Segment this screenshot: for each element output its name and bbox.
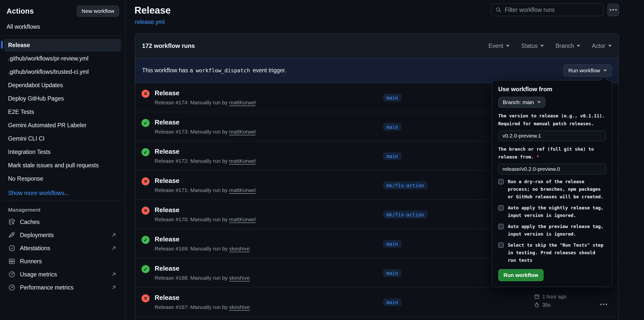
- run-actor-link[interactable]: mattKorwel: [229, 158, 256, 164]
- workflow-item-label: Dependabot Updates: [8, 82, 63, 88]
- run-time: 1 hour ago: [542, 294, 567, 300]
- sidebar-title: Actions: [7, 7, 34, 15]
- new-workflow-button[interactable]: New workflow: [77, 6, 119, 17]
- branch-badge[interactable]: main: [383, 269, 401, 277]
- run-description: Release #172: Manually run by mattKorwel: [155, 158, 256, 164]
- run-title[interactable]: Release: [155, 294, 179, 302]
- runs-filter-dropdown[interactable]: Status: [521, 43, 544, 49]
- branch-badge[interactable]: main: [383, 240, 401, 248]
- checkbox[interactable]: [498, 242, 504, 248]
- run-title[interactable]: Release: [155, 89, 179, 97]
- runs-filter-dropdown[interactable]: Actor: [592, 43, 612, 49]
- run-title[interactable]: Release: [155, 206, 179, 214]
- branch-badge[interactable]: main: [383, 298, 401, 306]
- workflow-item-label: No Response: [8, 175, 43, 182]
- cache-icon: [8, 218, 16, 226]
- actions-sidebar: Actions New workflow All workflows Relea…: [0, 0, 125, 320]
- checkbox[interactable]: [498, 179, 504, 184]
- run-workflow-submit-button[interactable]: Run workflow: [498, 269, 544, 281]
- run-status-icon: [142, 177, 150, 185]
- workflow-dispatch-banner: This workflow has a workflow_dispatch ev…: [135, 58, 619, 83]
- run-status-icon: [142, 207, 150, 215]
- chevron-down-icon: [603, 70, 607, 72]
- runs-filter-dropdown[interactable]: Branch: [555, 43, 580, 49]
- sidebar-workflow-item[interactable]: No Response: [4, 172, 121, 185]
- sidebar-item-all-workflows[interactable]: All workflows: [0, 17, 125, 36]
- sidebar-workflow-item[interactable]: Mark stale issues and pull requests: [4, 159, 121, 172]
- popover-checkbox-row[interactable]: Auto apply the nightly release tag, inpu…: [498, 204, 606, 219]
- popover-checkbox-row[interactable]: Run a dry-run of the release process; no…: [498, 178, 606, 201]
- show-more-workflows-link[interactable]: Show more workflows...: [0, 187, 125, 200]
- run-title[interactable]: Release: [155, 148, 179, 155]
- sidebar-workflow-item[interactable]: Release: [4, 39, 121, 52]
- checkbox-label: Select to skip the "Run Tests" step in t…: [508, 241, 606, 264]
- ref-input[interactable]: [498, 164, 606, 174]
- sidebar-workflow-item[interactable]: .github/workflows/trusted-ci.yml: [4, 66, 121, 78]
- runs-count: 172 workflow runs: [142, 42, 195, 49]
- workflow-item-label: .github/workflows/trusted-ci.yml: [8, 69, 89, 75]
- workflow-file-link[interactable]: release.yml: [135, 19, 165, 25]
- branch-selector-button[interactable]: Branch: main: [498, 97, 545, 108]
- search-icon: [495, 7, 502, 13]
- workflow-item-label: .github/workflows/pr-review.yml: [8, 55, 88, 62]
- sidebar-workflow-item[interactable]: Dependabot Updates: [4, 79, 121, 92]
- sidebar-item-deployments[interactable]: Deployments: [4, 229, 121, 242]
- run-status-icon: [142, 294, 150, 302]
- sidebar-workflow-item[interactable]: Deploy GitHub Pages: [4, 92, 121, 105]
- run-workflow-dropdown-button[interactable]: Run workflow: [564, 65, 612, 77]
- run-title[interactable]: Release: [155, 177, 179, 185]
- branch-badge[interactable]: mk/fix-action: [383, 181, 427, 189]
- run-actor-link[interactable]: mattKorwel: [229, 129, 256, 135]
- filter-workflow-runs-box: [491, 4, 603, 16]
- run-actor-link[interactable]: skeshive: [229, 304, 250, 310]
- run-actor-link[interactable]: skeshive: [229, 275, 250, 281]
- sidebar-item-usage-metrics[interactable]: Usage metrics: [4, 268, 121, 281]
- sidebar-workflow-item[interactable]: E2E Tests: [4, 106, 121, 118]
- sidebar-item-runners[interactable]: Runners: [4, 255, 121, 268]
- branch-badge[interactable]: main: [383, 152, 401, 160]
- filter-label: Event: [488, 43, 503, 49]
- banner-text: This workflow has a: [142, 67, 193, 74]
- workflow-options-kebab-button[interactable]: [607, 4, 619, 16]
- popover-checkbox-list: Run a dry-run of the release process; no…: [498, 178, 606, 264]
- run-actor-link[interactable]: mattKorwel: [229, 100, 256, 105]
- workflow-run-row[interactable]: Release Release #167: Manually run by sk…: [135, 287, 619, 317]
- sidebar-item-caches[interactable]: Caches: [4, 215, 121, 229]
- chevron-down-icon: [506, 45, 510, 47]
- filter-workflow-runs-input[interactable]: [505, 7, 599, 13]
- chevron-down-icon: [608, 45, 612, 47]
- checkbox[interactable]: [498, 205, 504, 211]
- external-link-icon: [110, 232, 117, 238]
- meter-icon: [8, 284, 16, 291]
- run-actor-link[interactable]: mattKorwel: [229, 187, 256, 193]
- sidebar-item-label: Runners: [20, 258, 42, 265]
- runs-filter-dropdown[interactable]: Event: [488, 43, 510, 49]
- run-actor-link[interactable]: skeshive: [229, 246, 250, 251]
- sidebar-workflow-item[interactable]: Integration Tests: [4, 146, 121, 158]
- calendar-icon: [534, 294, 540, 300]
- checkbox[interactable]: [498, 224, 504, 229]
- meter-icon: [8, 271, 16, 278]
- workflow-item-label: Gemini Automated PR Labeler: [8, 122, 87, 129]
- sidebar-workflow-item[interactable]: .github/workflows/pr-review.yml: [4, 52, 121, 65]
- run-title[interactable]: Release: [155, 118, 179, 126]
- version-input[interactable]: [498, 131, 606, 141]
- popover-checkbox-row[interactable]: Auto apply the preview release tag, inpu…: [498, 223, 606, 238]
- run-title[interactable]: Release: [155, 265, 179, 272]
- sidebar-item-attestations[interactable]: Attestations: [4, 242, 121, 255]
- server-icon: [8, 258, 16, 265]
- run-options-kebab-button[interactable]: [601, 300, 606, 308]
- branch-badge[interactable]: mk/fix-action: [383, 211, 427, 218]
- branch-badge[interactable]: main: [383, 123, 401, 131]
- kebab-icon: [603, 304, 604, 305]
- version-field-label: The version to release (e.g., v0.1.11). …: [498, 112, 606, 127]
- run-actor-link[interactable]: mattKorwel: [229, 216, 256, 222]
- sidebar-workflow-item[interactable]: Gemini CLI CI: [4, 132, 121, 145]
- sidebar-item-performance-metrics[interactable]: Performance metrics: [4, 281, 121, 294]
- external-link-icon: [110, 271, 117, 278]
- popover-checkbox-row[interactable]: Select to skip the "Run Tests" step in t…: [498, 241, 606, 264]
- sidebar-workflow-item[interactable]: Gemini Automated PR Labeler: [4, 119, 121, 132]
- run-title[interactable]: Release: [155, 235, 179, 243]
- runs-filters: Event Status Branch Actor: [488, 43, 612, 49]
- branch-badge[interactable]: main: [383, 94, 401, 102]
